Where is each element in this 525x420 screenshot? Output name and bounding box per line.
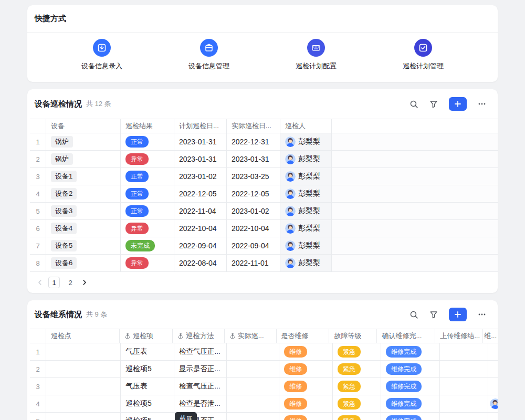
table-row[interactable]: 8 设备6 异常 2022-08-04 2022-11-01 彭梨梨 bbox=[30, 255, 498, 272]
level-cell[interactable]: 紧急 bbox=[333, 413, 381, 420]
search-icon[interactable] bbox=[410, 310, 418, 319]
point-cell[interactable] bbox=[46, 378, 121, 395]
inspector-cell[interactable]: 彭梨梨 bbox=[280, 255, 332, 271]
repair-badge[interactable]: 维修 bbox=[284, 381, 307, 392]
result-badge[interactable]: 异常 bbox=[125, 153, 149, 165]
repair-badge[interactable]: 维修 bbox=[284, 415, 307, 420]
device-tag[interactable]: 设备3 bbox=[51, 205, 77, 217]
point-cell[interactable] bbox=[46, 395, 121, 412]
shortcut-plan-config[interactable]: 巡检计划配置 bbox=[296, 39, 337, 71]
inspector-cell[interactable]: 彭梨梨 bbox=[280, 237, 332, 254]
confirm-cell[interactable]: 维修完成 bbox=[381, 413, 440, 420]
actual-cell[interactable] bbox=[227, 378, 279, 395]
result-cell[interactable]: 正常 bbox=[121, 203, 174, 219]
point-cell[interactable] bbox=[46, 413, 121, 420]
column-header-planned-date[interactable]: 计划巡检日... bbox=[174, 119, 227, 133]
clipped-cell[interactable] bbox=[488, 378, 498, 395]
confirm-badge[interactable]: 维修完成 bbox=[386, 398, 422, 410]
result-badge[interactable]: 正常 bbox=[125, 171, 149, 182]
table-row[interactable]: 2 锅炉 异常 2023-01-31 2023-01-31 彭梨梨 bbox=[30, 151, 498, 168]
table-row[interactable]: 3 设备1 正常 2023-01-02 2023-03-25 彭梨梨 bbox=[30, 168, 498, 185]
level-cell[interactable]: 紧急 bbox=[333, 395, 381, 412]
chevron-left-icon[interactable] bbox=[36, 279, 44, 286]
level-badge[interactable]: 紧急 bbox=[338, 381, 361, 392]
level-cell[interactable]: 紧急 bbox=[333, 361, 381, 377]
device-tag[interactable]: 锅炉 bbox=[51, 153, 73, 165]
upload-cell[interactable] bbox=[440, 361, 488, 377]
column-header-upload[interactable]: 上传维修结... bbox=[435, 329, 483, 343]
item-cell[interactable]: 巡检项5 bbox=[121, 395, 174, 412]
device-cell[interactable]: 设备1 bbox=[46, 168, 121, 185]
inspector-cell[interactable]: 彭梨梨 bbox=[280, 185, 332, 202]
item-cell[interactable]: 巡检项5 bbox=[121, 413, 174, 420]
confirm-badge[interactable]: 维修完成 bbox=[386, 381, 422, 392]
repair-cell[interactable]: 维修 bbox=[279, 378, 333, 395]
result-cell[interactable]: 异常 bbox=[121, 220, 174, 237]
level-badge[interactable]: 紧急 bbox=[338, 398, 361, 410]
table-row[interactable]: 1 气压表 检查气压正... 维修 紧急 维修完成 bbox=[30, 343, 498, 361]
chevron-right-icon[interactable] bbox=[81, 279, 88, 286]
clipped-cell[interactable] bbox=[488, 413, 498, 420]
method-cell[interactable]: 显示是否正... bbox=[174, 361, 227, 377]
inspector-cell[interactable]: 彭梨梨 bbox=[280, 151, 332, 167]
shortcut-plan-manage[interactable]: 巡检计划管理 bbox=[403, 39, 444, 71]
confirm-cell[interactable]: 维修完成 bbox=[381, 343, 440, 360]
inspector-cell[interactable]: 彭梨梨 bbox=[280, 168, 332, 185]
method-cell[interactable]: 检查气压正... bbox=[174, 343, 227, 360]
level-cell[interactable]: 紧急 bbox=[333, 343, 381, 360]
actual-date-cell[interactable]: 2023-03-25 bbox=[227, 168, 280, 185]
search-icon[interactable] bbox=[410, 100, 418, 109]
device-cell[interactable]: 设备2 bbox=[46, 185, 121, 202]
planned-date-cell[interactable]: 2023-01-31 bbox=[174, 151, 227, 167]
item-cell[interactable]: 巡检项5 bbox=[121, 361, 174, 377]
device-tag[interactable]: 锅炉 bbox=[51, 136, 73, 148]
actual-date-cell[interactable]: 2023-01-31 bbox=[227, 151, 280, 167]
filter-icon[interactable] bbox=[429, 310, 438, 319]
actual-cell[interactable] bbox=[227, 413, 279, 420]
upload-cell[interactable] bbox=[440, 413, 488, 420]
level-badge[interactable]: 紧急 bbox=[338, 415, 361, 420]
page-button-2[interactable]: 2 bbox=[65, 277, 76, 288]
result-cell[interactable]: 正常 bbox=[121, 133, 174, 150]
repair-cell[interactable]: 维修 bbox=[279, 395, 333, 412]
table-row[interactable]: 4 巡检项5 检查是否泄... 维修 紧急 维修完成 bbox=[30, 395, 498, 413]
result-cell[interactable]: 正常 bbox=[121, 168, 174, 185]
repair-badge[interactable]: 维修 bbox=[284, 346, 307, 358]
device-cell[interactable]: 锅炉 bbox=[46, 133, 121, 150]
device-tag[interactable]: 设备1 bbox=[51, 171, 77, 182]
upload-cell[interactable] bbox=[440, 395, 488, 412]
column-header-method[interactable]: 巡检方法 bbox=[173, 329, 225, 343]
inspector-cell[interactable]: 彭梨梨 bbox=[280, 203, 332, 219]
device-cell[interactable]: 设备5 bbox=[46, 237, 121, 254]
actual-date-cell[interactable]: 2022-10-04 bbox=[227, 220, 280, 237]
method-cell[interactable]: 检查是否泄... bbox=[174, 395, 227, 412]
actual-cell[interactable] bbox=[227, 395, 279, 412]
screenshot-tooltip[interactable]: 截屏 bbox=[175, 412, 197, 420]
point-cell[interactable] bbox=[46, 361, 121, 377]
level-cell[interactable]: 紧急 bbox=[333, 378, 381, 395]
repair-cell[interactable]: 维修 bbox=[279, 361, 333, 377]
table-row[interactable]: 1 锅炉 正常 2023-01-31 2022-12-31 彭梨梨 bbox=[30, 133, 498, 151]
column-header-item[interactable]: 巡检项 bbox=[120, 329, 173, 343]
actual-cell[interactable] bbox=[227, 343, 279, 360]
confirm-badge[interactable]: 维修完成 bbox=[386, 415, 422, 420]
device-cell[interactable]: 设备6 bbox=[46, 255, 121, 271]
inspector-cell[interactable]: 彭梨梨 bbox=[280, 133, 332, 150]
result-cell[interactable]: 异常 bbox=[121, 255, 174, 271]
device-tag[interactable]: 设备5 bbox=[51, 240, 77, 251]
point-cell[interactable] bbox=[46, 343, 121, 360]
table-row[interactable]: 2 巡检项5 显示是否正... 维修 紧急 维修完成 bbox=[30, 361, 498, 378]
table-row[interactable]: 6 设备4 异常 2022-10-04 2022-10-04 彭梨梨 bbox=[30, 220, 498, 237]
actual-date-cell[interactable]: 2022-09-04 bbox=[227, 237, 280, 254]
more-icon[interactable] bbox=[478, 100, 486, 108]
upload-cell[interactable] bbox=[440, 343, 488, 360]
result-cell[interactable]: 异常 bbox=[121, 151, 174, 167]
add-record-button[interactable] bbox=[449, 97, 467, 111]
planned-date-cell[interactable]: 2022-08-04 bbox=[174, 255, 227, 271]
clipped-cell[interactable] bbox=[488, 395, 498, 412]
table-row[interactable]: 4 设备2 正常 2022-12-05 2022-12-05 彭梨梨 bbox=[30, 185, 498, 203]
column-header-level[interactable]: 故障等级 bbox=[329, 329, 377, 343]
result-badge[interactable]: 异常 bbox=[125, 223, 149, 234]
level-badge[interactable]: 紧急 bbox=[338, 346, 361, 358]
confirm-cell[interactable]: 维修完成 bbox=[381, 378, 440, 395]
